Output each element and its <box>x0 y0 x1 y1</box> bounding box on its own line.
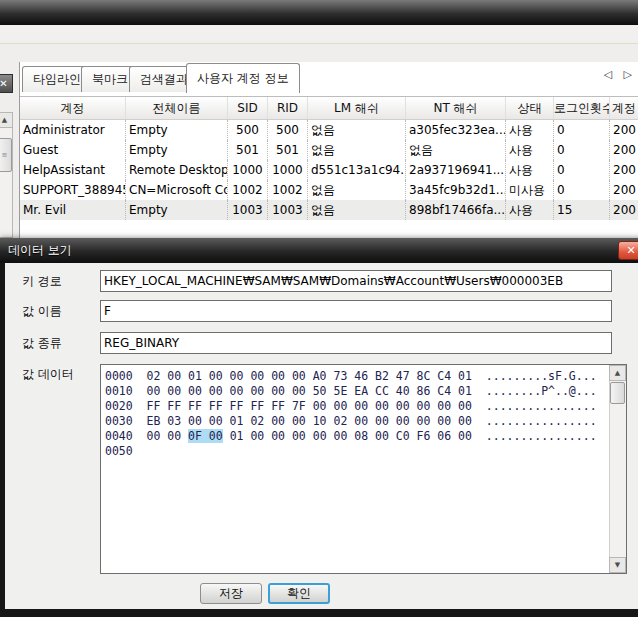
cell: 15 <box>554 200 610 220</box>
col-login-count[interactable]: 로그인횟수 <box>554 97 610 119</box>
cell: 200 <box>610 200 638 220</box>
cell: 200 <box>610 140 638 160</box>
hex-line: 000002 00 01 00 00 00 00 00 A0 73 46 B2 … <box>101 369 626 384</box>
cell: Mr. Evil <box>20 200 126 220</box>
hex-ascii: .........sF.G... <box>486 369 597 383</box>
cell: 1002 <box>268 180 308 200</box>
hex-line: 0030EB 03 00 00 01 02 00 00 10 02 00 00 … <box>101 414 626 429</box>
left-scrollbar[interactable] <box>0 112 13 238</box>
hex-offset: 0040 <box>105 429 133 444</box>
close-icon[interactable]: ✕ <box>0 74 13 93</box>
toolbar-band-2 <box>0 45 638 62</box>
cell: 없음 <box>406 140 506 160</box>
cell: 미사용 <box>506 180 554 200</box>
hex-bytes: 00 00 00 00 00 00 00 00 50 5E EA CC 40 8… <box>147 384 472 399</box>
table-row[interactable]: Administrator Empty 500 500 없음 a305fec32… <box>20 120 638 140</box>
hex-bytes: 02 00 01 00 00 00 00 00 A0 73 46 B2 47 8… <box>147 369 472 384</box>
hex-bytes: FF FF FF FF FF FF FF 7F 00 00 00 00 00 0… <box>147 399 472 414</box>
cell: Empty <box>126 120 228 140</box>
hex-ascii: ........P^..@... <box>486 384 597 398</box>
cell: 0 <box>554 160 610 180</box>
cell: SUPPORT_388945a0 <box>20 180 126 200</box>
col-status[interactable]: 상태 <box>506 97 554 119</box>
value-name-field[interactable] <box>100 300 612 322</box>
col-sid[interactable]: SID <box>228 97 268 119</box>
cell: 없음 <box>308 140 406 160</box>
key-path-field[interactable] <box>100 270 612 292</box>
cell: Administrator <box>20 120 126 140</box>
cell: 1003 <box>268 200 308 220</box>
table-row[interactable]: SUPPORT_388945a0 CN=Microsoft Corp... 10… <box>20 180 638 200</box>
cell: 898bf17466fa... <box>406 200 506 220</box>
cell: 1003 <box>228 200 268 220</box>
value-data-label: 값 데이터 <box>22 364 96 384</box>
col-rid[interactable]: RID <box>268 97 308 119</box>
save-button[interactable]: 저장 <box>200 583 262 604</box>
cell: 사용 <box>506 200 554 220</box>
cell: d551c13a1c94... <box>308 160 406 180</box>
cell: Guest <box>20 140 126 160</box>
cell: 없음 <box>308 200 406 220</box>
cell: 200 <box>610 180 638 200</box>
table-row[interactable]: HelpAssistant Remote Desktop H... 1000 1… <box>20 160 638 180</box>
cell: Remote Desktop H... <box>126 160 228 180</box>
cell: 0 <box>554 140 610 160</box>
hex-offset: 0050 <box>105 444 133 459</box>
left-scrollbar-thumb[interactable]: ≡ <box>0 138 12 172</box>
cell: HelpAssistant <box>20 160 126 180</box>
hex-scroll-up-icon[interactable]: ▲ <box>609 365 626 381</box>
value-type-label: 값 종류 <box>22 333 96 353</box>
cell: 없음 <box>308 180 406 200</box>
cell: 501 <box>228 140 268 160</box>
cell: 1000 <box>228 160 268 180</box>
hex-bytes: EB 03 00 00 01 02 00 00 10 02 00 00 00 0… <box>147 414 472 429</box>
hex-line: 0020FF FF FF FF FF FF FF 7F 00 00 00 00 … <box>101 399 626 414</box>
hex-pre: 00 00 <box>147 429 189 443</box>
hex-post: 01 00 00 00 00 00 08 00 C0 F6 06 00 <box>223 429 472 443</box>
window-titlebar[interactable] <box>0 0 638 25</box>
dialog-bottom-border <box>0 609 638 617</box>
cell: 0 <box>554 120 610 140</box>
dialog-close-icon[interactable]: ✕ <box>618 241 638 260</box>
hex-line: 001000 00 00 00 00 00 00 00 50 5E EA CC … <box>101 384 626 399</box>
hex-selected-bytes: 0F 00 <box>188 429 223 443</box>
hex-dump-viewer[interactable]: 000002 00 01 00 00 00 00 00 A0 73 46 B2 … <box>100 364 627 574</box>
col-account-created[interactable]: 계정 <box>610 97 638 119</box>
scroll-up-icon[interactable]: ▲ <box>0 112 13 128</box>
table-header-row: 계정 전체이름 SID RID LM 해쉬 NT 해쉬 상태 로그인횟수 계정 <box>20 97 638 120</box>
cell: 1000 <box>268 160 308 180</box>
hex-line-with-selection: 004000 00 0F 00 01 00 00 00 00 00 08 00 … <box>101 429 626 444</box>
col-fullname[interactable]: 전체이름 <box>126 97 228 119</box>
hex-ascii: ................ <box>486 429 597 443</box>
tab-user-account-info[interactable]: 사용자 계정 정보 <box>186 63 300 93</box>
cell: Empty <box>126 200 228 220</box>
hex-offset: 0020 <box>105 399 133 414</box>
cell: 501 <box>268 140 308 160</box>
toolbar-band <box>0 25 638 44</box>
hex-offset: 0010 <box>105 384 133 399</box>
tab-scroll-arrows-icon[interactable]: ◁ ▷ <box>600 68 636 84</box>
cell: 사용 <box>506 140 554 160</box>
table-row[interactable]: Guest Empty 501 501 없음 없음 사용 0 200 <box>20 140 638 160</box>
cell: 500 <box>228 120 268 140</box>
value-type-field[interactable] <box>100 332 612 354</box>
col-nt-hash[interactable]: NT 해쉬 <box>406 97 506 119</box>
col-account[interactable]: 계정 <box>20 97 126 119</box>
hex-bytes: 00 00 0F 00 01 00 00 00 00 00 08 00 C0 F… <box>147 429 472 444</box>
hex-scrollbar-thumb[interactable] <box>610 382 625 404</box>
cell: 사용 <box>506 160 554 180</box>
hex-ascii: ................ <box>486 399 597 413</box>
dialog-titlebar[interactable]: 데이터 보기 <box>0 238 638 263</box>
value-name-label: 값 이름 <box>22 301 96 321</box>
cell: 2a937196941... <box>406 160 506 180</box>
hex-scroll-down-icon[interactable]: ▼ <box>609 557 626 573</box>
cell: 없음 <box>308 120 406 140</box>
cell: 0 <box>554 180 610 200</box>
cell: 500 <box>268 120 308 140</box>
tab-strip: 타임라인 북마크 검색결과 사용자 계정 정보 <box>19 63 638 92</box>
table-row-selected[interactable]: Mr. Evil Empty 1003 1003 없음 898bf17466fa… <box>20 200 638 220</box>
cell: Empty <box>126 140 228 160</box>
cell: 3a45fc9b32d1... <box>406 180 506 200</box>
ok-button[interactable]: 확인 <box>268 583 330 604</box>
col-lm-hash[interactable]: LM 해쉬 <box>308 97 406 119</box>
